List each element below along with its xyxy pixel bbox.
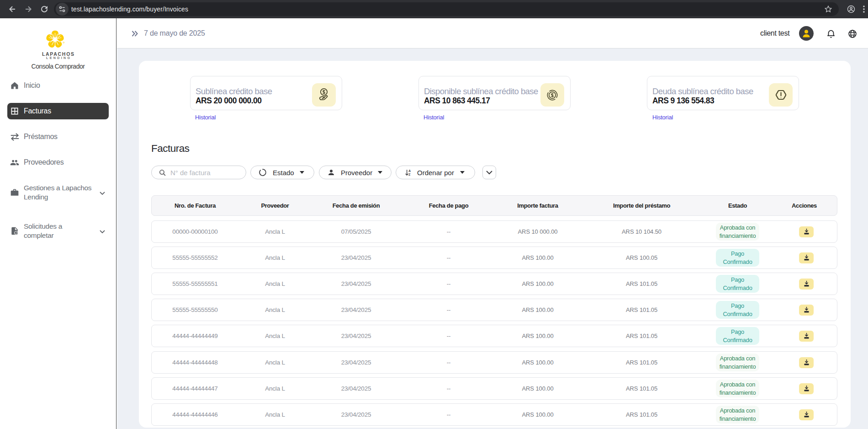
svg-text:Z: Z [408,172,410,176]
svg-text:A: A [408,169,411,172]
